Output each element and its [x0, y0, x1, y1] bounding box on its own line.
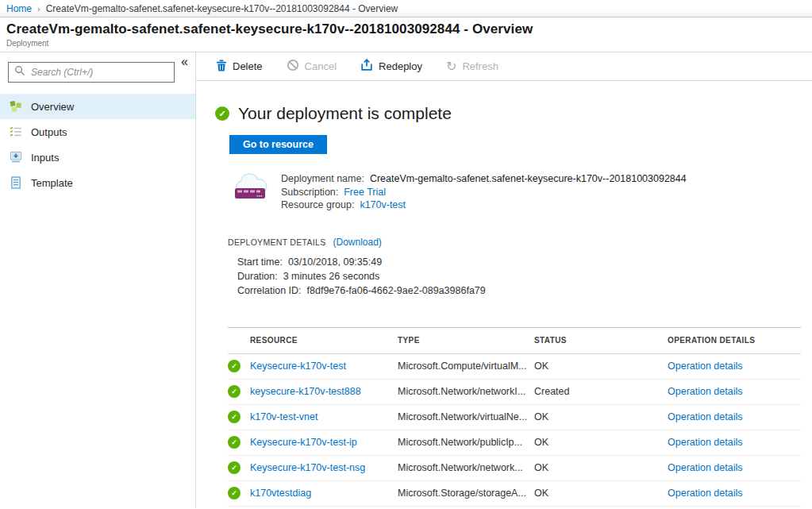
deployment-status: Your deployment is complete	[215, 104, 812, 123]
sidebar-menu: Overview Outputs	[0, 94, 195, 195]
main-pane: Delete Cancel Redeploy ↻	[196, 52, 812, 508]
correlation-id-value: f8df9e76-fa06-4662-9ae2-089a3986fa79	[307, 285, 486, 296]
sidebar-item-label: Template	[31, 177, 73, 189]
resource-type: Microsoft.Network/network...	[398, 462, 534, 473]
resource-type: Microsoft.Storage/storageA...	[398, 488, 534, 499]
resource-link[interactable]: Keysecure-k170v-test-nsg	[250, 462, 365, 473]
operation-details-link[interactable]: Operation details	[668, 437, 743, 448]
refresh-icon: ↻	[446, 61, 456, 72]
sidebar-item-outputs[interactable]: Outputs	[0, 119, 195, 145]
resource-link[interactable]: keysecure-k170v-test888	[250, 386, 361, 397]
row-success-check-icon	[228, 487, 241, 499]
duration-row: Duration: 3 minutes 26 seconds	[237, 269, 812, 283]
operation-details-link[interactable]: Operation details	[668, 386, 743, 397]
row-success-check-icon	[228, 385, 241, 398]
delete-button[interactable]: Delete	[216, 60, 263, 74]
resource-type: Microsoft.Compute/virtualM...	[398, 361, 534, 372]
sidebar-item-inputs[interactable]: Inputs	[0, 145, 195, 170]
duration-label: Duration:	[237, 271, 278, 282]
cancel-button: Cancel	[287, 59, 337, 74]
operation-details-link[interactable]: Operation details	[668, 488, 743, 499]
toolbar: Delete Cancel Redeploy ↻	[196, 52, 812, 81]
start-time-label: Start time:	[237, 256, 283, 268]
resource-link[interactable]: k170vtestdiag	[250, 488, 311, 499]
deployment-details-heading: DEPLOYMENT DETAILS	[228, 237, 325, 247]
breadcrumb-separator-icon: ›	[37, 4, 40, 13]
sidebar-collapse-icon[interactable]: «	[181, 56, 188, 68]
operation-details-link[interactable]: Operation details	[668, 462, 743, 473]
deployment-appliance-icon	[231, 172, 271, 212]
operation-details-link[interactable]: Operation details	[668, 361, 743, 372]
sidebar: « Overview	[0, 52, 196, 508]
table-row: k170vtestdiag Microsoft.Storage/storageA…	[228, 481, 801, 507]
resource-type: Microsoft.Network/networkI...	[398, 386, 534, 397]
deployment-details-section: DEPLOYMENT DETAILS (Download) Start time…	[228, 237, 812, 298]
deployment-overview-content: Your deployment is complete Go to resour…	[196, 81, 812, 507]
subscription-row: Subscription: Free Trial	[281, 186, 687, 199]
subscription-label: Subscription:	[281, 187, 338, 198]
resource-status: OK	[534, 462, 668, 473]
download-link[interactable]: (Download)	[333, 237, 381, 248]
resource-link[interactable]: k170v-test-vnet	[250, 411, 317, 422]
table-header-row: RESOURCE TYPE STATUS OPERATION DETAILS	[228, 327, 801, 354]
resources-table: RESOURCE TYPE STATUS OPERATION DETAILS K…	[228, 327, 801, 507]
redeploy-button[interactable]: Redeploy	[360, 59, 422, 74]
resource-group-row: Resource group: k170v-test	[281, 199, 687, 212]
sidebar-search[interactable]	[8, 62, 175, 83]
cancel-slash-icon	[287, 59, 299, 74]
breadcrumb-home-link[interactable]: Home	[6, 3, 32, 14]
table-row: k170v-test-vnet Microsoft.Network/virtua…	[228, 405, 801, 430]
table-row: keysecure-k170v-test888 Microsoft.Networ…	[228, 380, 801, 405]
refresh-button-label: Refresh	[462, 60, 498, 72]
cancel-button-label: Cancel	[305, 60, 337, 72]
correlation-id-row: Correlation ID: f8df9e76-fa06-4662-9ae2-…	[237, 283, 812, 298]
column-header-operation-details: OPERATION DETAILS	[668, 336, 801, 345]
resource-status: OK	[534, 488, 668, 499]
start-time-value: 03/10/2018, 09:35:49	[288, 256, 382, 268]
sidebar-item-label: Inputs	[31, 152, 59, 164]
resource-link[interactable]: Keysecure-k170v-test	[250, 361, 346, 372]
resource-type: Microsoft.Network/publicIp...	[398, 437, 534, 448]
column-header-type: TYPE	[398, 336, 534, 345]
subscription-link[interactable]: Free Trial	[344, 187, 386, 198]
template-document-icon	[10, 176, 22, 189]
refresh-button: ↻ Refresh	[446, 60, 498, 72]
trash-icon	[216, 60, 227, 74]
duration-value: 3 minutes 26 seconds	[283, 271, 380, 282]
deployment-summary: Deployment name: CreateVm-gemalto-safene…	[231, 172, 812, 212]
overview-cubes-icon	[10, 100, 22, 113]
start-time-row: Start time: 03/10/2018, 09:35:49	[237, 255, 812, 269]
deployment-name-value: CreateVm-gemalto-safenet.safenet-keysecu…	[370, 173, 687, 184]
title-bar: CreateVm-gemalto-safenet.safenet-keysecu…	[0, 17, 812, 52]
row-success-check-icon	[228, 360, 241, 372]
go-to-resource-button[interactable]: Go to resource	[229, 135, 327, 154]
resource-status: OK	[534, 361, 668, 372]
search-input[interactable]	[31, 67, 168, 78]
table-row: Keysecure-k170v-test-nsg Microsoft.Netwo…	[228, 456, 801, 481]
column-header-status: STATUS	[534, 336, 668, 345]
table-row: Keysecure-k170v-test-ip Microsoft.Networ…	[228, 430, 801, 456]
row-success-check-icon	[228, 436, 241, 449]
breadcrumb-current: CreateVm-gemalto-safenet.safenet-keysecu…	[46, 3, 398, 14]
resource-link[interactable]: Keysecure-k170v-test-ip	[250, 437, 357, 448]
breadcrumb: Home › CreateVm-gemalto-safenet.safenet-…	[0, 0, 812, 17]
sidebar-item-overview[interactable]: Overview	[0, 94, 195, 119]
sidebar-item-label: Overview	[31, 101, 74, 113]
delete-button-label: Delete	[233, 60, 263, 72]
resource-type: Microsoft.Network/virtualNe...	[398, 411, 534, 422]
row-success-check-icon	[228, 461, 241, 474]
redeploy-upload-icon	[360, 59, 373, 74]
table-row: Keysecure-k170v-test Microsoft.Compute/v…	[228, 354, 801, 380]
resource-status: Created	[534, 386, 668, 397]
deployment-name-label: Deployment name:	[281, 173, 364, 184]
resource-group-link[interactable]: k170v-test	[360, 199, 406, 210]
success-check-icon	[215, 106, 229, 121]
sidebar-item-template[interactable]: Template	[0, 170, 195, 195]
page-title: CreateVm-gemalto-safenet.safenet-keysecu…	[6, 21, 812, 37]
deployment-name-row: Deployment name: CreateVm-gemalto-safene…	[281, 172, 687, 186]
resource-status: OK	[534, 437, 668, 448]
search-icon	[14, 65, 25, 79]
deployment-status-message: Your deployment is complete	[238, 104, 452, 123]
sidebar-item-label: Outputs	[31, 126, 67, 138]
operation-details-link[interactable]: Operation details	[668, 411, 743, 422]
